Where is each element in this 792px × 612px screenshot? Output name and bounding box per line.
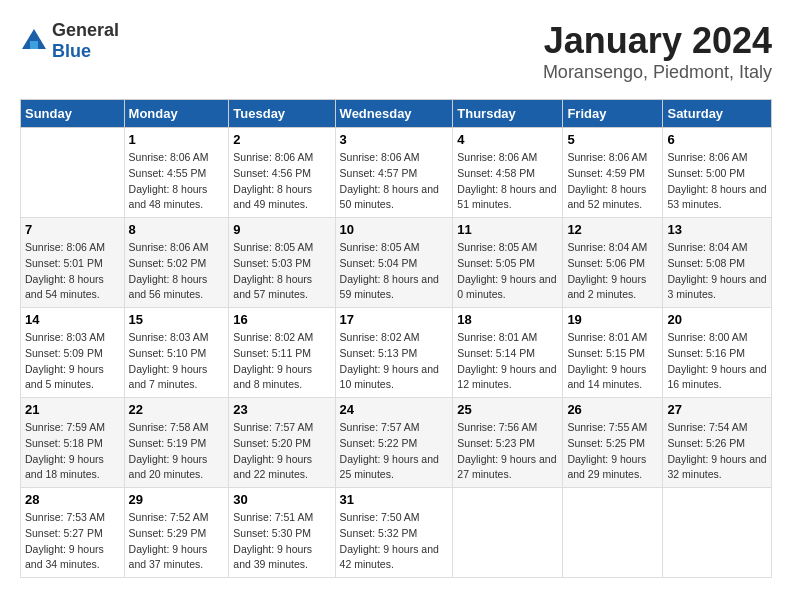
calendar-cell: 1Sunrise: 8:06 AMSunset: 4:55 PMDaylight… (124, 128, 229, 218)
calendar-week-3: 14Sunrise: 8:03 AMSunset: 5:09 PMDayligh… (21, 308, 772, 398)
day-number: 22 (129, 402, 225, 417)
day-info: Sunrise: 7:50 AMSunset: 5:32 PMDaylight:… (340, 510, 449, 573)
day-info: Sunrise: 8:04 AMSunset: 5:08 PMDaylight:… (667, 240, 767, 303)
logo-icon (20, 27, 48, 55)
day-info: Sunrise: 8:06 AMSunset: 5:00 PMDaylight:… (667, 150, 767, 213)
calendar-cell: 11Sunrise: 8:05 AMSunset: 5:05 PMDayligh… (453, 218, 563, 308)
calendar-week-2: 7Sunrise: 8:06 AMSunset: 5:01 PMDaylight… (21, 218, 772, 308)
page-header: General Blue January 2024 Moransengo, Pi… (20, 20, 772, 83)
calendar-title: January 2024 (543, 20, 772, 62)
header-monday: Monday (124, 100, 229, 128)
day-number: 17 (340, 312, 449, 327)
calendar-cell: 20Sunrise: 8:00 AMSunset: 5:16 PMDayligh… (663, 308, 772, 398)
calendar-cell: 5Sunrise: 8:06 AMSunset: 4:59 PMDaylight… (563, 128, 663, 218)
day-info: Sunrise: 8:06 AMSunset: 4:57 PMDaylight:… (340, 150, 449, 213)
day-info: Sunrise: 8:03 AMSunset: 5:10 PMDaylight:… (129, 330, 225, 393)
header-friday: Friday (563, 100, 663, 128)
day-info: Sunrise: 7:58 AMSunset: 5:19 PMDaylight:… (129, 420, 225, 483)
calendar-cell: 23Sunrise: 7:57 AMSunset: 5:20 PMDayligh… (229, 398, 335, 488)
day-info: Sunrise: 8:05 AMSunset: 5:04 PMDaylight:… (340, 240, 449, 303)
day-info: Sunrise: 8:01 AMSunset: 5:15 PMDaylight:… (567, 330, 658, 393)
day-info: Sunrise: 8:06 AMSunset: 4:56 PMDaylight:… (233, 150, 330, 213)
day-number: 2 (233, 132, 330, 147)
calendar-cell: 29Sunrise: 7:52 AMSunset: 5:29 PMDayligh… (124, 488, 229, 578)
day-number: 8 (129, 222, 225, 237)
day-info: Sunrise: 7:52 AMSunset: 5:29 PMDaylight:… (129, 510, 225, 573)
calendar-cell: 31Sunrise: 7:50 AMSunset: 5:32 PMDayligh… (335, 488, 453, 578)
day-info: Sunrise: 8:05 AMSunset: 5:05 PMDaylight:… (457, 240, 558, 303)
logo-text-general: General (52, 20, 119, 40)
day-number: 26 (567, 402, 658, 417)
day-info: Sunrise: 8:06 AMSunset: 4:55 PMDaylight:… (129, 150, 225, 213)
calendar-cell: 24Sunrise: 7:57 AMSunset: 5:22 PMDayligh… (335, 398, 453, 488)
header-row: Sunday Monday Tuesday Wednesday Thursday… (21, 100, 772, 128)
day-number: 14 (25, 312, 120, 327)
day-number: 16 (233, 312, 330, 327)
day-number: 27 (667, 402, 767, 417)
day-info: Sunrise: 7:57 AMSunset: 5:20 PMDaylight:… (233, 420, 330, 483)
day-info: Sunrise: 7:51 AMSunset: 5:30 PMDaylight:… (233, 510, 330, 573)
day-info: Sunrise: 8:04 AMSunset: 5:06 PMDaylight:… (567, 240, 658, 303)
day-info: Sunrise: 7:57 AMSunset: 5:22 PMDaylight:… (340, 420, 449, 483)
calendar-cell: 26Sunrise: 7:55 AMSunset: 5:25 PMDayligh… (563, 398, 663, 488)
header-saturday: Saturday (663, 100, 772, 128)
calendar-cell: 3Sunrise: 8:06 AMSunset: 4:57 PMDaylight… (335, 128, 453, 218)
day-number: 23 (233, 402, 330, 417)
day-number: 9 (233, 222, 330, 237)
day-info: Sunrise: 7:55 AMSunset: 5:25 PMDaylight:… (567, 420, 658, 483)
day-info: Sunrise: 8:00 AMSunset: 5:16 PMDaylight:… (667, 330, 767, 393)
day-info: Sunrise: 8:03 AMSunset: 5:09 PMDaylight:… (25, 330, 120, 393)
calendar-cell: 25Sunrise: 7:56 AMSunset: 5:23 PMDayligh… (453, 398, 563, 488)
calendar-week-1: 1Sunrise: 8:06 AMSunset: 4:55 PMDaylight… (21, 128, 772, 218)
day-info: Sunrise: 8:01 AMSunset: 5:14 PMDaylight:… (457, 330, 558, 393)
day-number: 18 (457, 312, 558, 327)
calendar-week-5: 28Sunrise: 7:53 AMSunset: 5:27 PMDayligh… (21, 488, 772, 578)
calendar-cell: 22Sunrise: 7:58 AMSunset: 5:19 PMDayligh… (124, 398, 229, 488)
calendar-cell (563, 488, 663, 578)
svg-rect-1 (30, 41, 38, 49)
title-area: January 2024 Moransengo, Piedmont, Italy (543, 20, 772, 83)
calendar-cell: 8Sunrise: 8:06 AMSunset: 5:02 PMDaylight… (124, 218, 229, 308)
day-info: Sunrise: 8:06 AMSunset: 5:01 PMDaylight:… (25, 240, 120, 303)
calendar-cell: 30Sunrise: 7:51 AMSunset: 5:30 PMDayligh… (229, 488, 335, 578)
day-number: 20 (667, 312, 767, 327)
day-number: 31 (340, 492, 449, 507)
day-number: 28 (25, 492, 120, 507)
day-number: 3 (340, 132, 449, 147)
logo-text-blue: Blue (52, 41, 91, 61)
calendar-cell: 27Sunrise: 7:54 AMSunset: 5:26 PMDayligh… (663, 398, 772, 488)
day-number: 11 (457, 222, 558, 237)
calendar-subtitle: Moransengo, Piedmont, Italy (543, 62, 772, 83)
calendar-cell: 9Sunrise: 8:05 AMSunset: 5:03 PMDaylight… (229, 218, 335, 308)
day-number: 7 (25, 222, 120, 237)
day-number: 24 (340, 402, 449, 417)
day-info: Sunrise: 8:06 AMSunset: 4:59 PMDaylight:… (567, 150, 658, 213)
calendar-cell: 28Sunrise: 7:53 AMSunset: 5:27 PMDayligh… (21, 488, 125, 578)
day-number: 1 (129, 132, 225, 147)
day-info: Sunrise: 8:06 AMSunset: 4:58 PMDaylight:… (457, 150, 558, 213)
calendar-cell: 16Sunrise: 8:02 AMSunset: 5:11 PMDayligh… (229, 308, 335, 398)
header-wednesday: Wednesday (335, 100, 453, 128)
calendar-cell: 15Sunrise: 8:03 AMSunset: 5:10 PMDayligh… (124, 308, 229, 398)
day-info: Sunrise: 8:02 AMSunset: 5:11 PMDaylight:… (233, 330, 330, 393)
calendar-body: 1Sunrise: 8:06 AMSunset: 4:55 PMDaylight… (21, 128, 772, 578)
calendar-cell (21, 128, 125, 218)
day-number: 30 (233, 492, 330, 507)
day-number: 13 (667, 222, 767, 237)
calendar-cell: 2Sunrise: 8:06 AMSunset: 4:56 PMDaylight… (229, 128, 335, 218)
calendar-cell: 7Sunrise: 8:06 AMSunset: 5:01 PMDaylight… (21, 218, 125, 308)
day-number: 25 (457, 402, 558, 417)
header-tuesday: Tuesday (229, 100, 335, 128)
calendar-cell: 19Sunrise: 8:01 AMSunset: 5:15 PMDayligh… (563, 308, 663, 398)
day-info: Sunrise: 7:56 AMSunset: 5:23 PMDaylight:… (457, 420, 558, 483)
calendar-cell: 6Sunrise: 8:06 AMSunset: 5:00 PMDaylight… (663, 128, 772, 218)
day-info: Sunrise: 7:54 AMSunset: 5:26 PMDaylight:… (667, 420, 767, 483)
day-number: 21 (25, 402, 120, 417)
header-thursday: Thursday (453, 100, 563, 128)
day-number: 10 (340, 222, 449, 237)
day-info: Sunrise: 8:02 AMSunset: 5:13 PMDaylight:… (340, 330, 449, 393)
day-info: Sunrise: 7:59 AMSunset: 5:18 PMDaylight:… (25, 420, 120, 483)
day-info: Sunrise: 8:06 AMSunset: 5:02 PMDaylight:… (129, 240, 225, 303)
calendar-cell: 4Sunrise: 8:06 AMSunset: 4:58 PMDaylight… (453, 128, 563, 218)
logo: General Blue (20, 20, 119, 62)
